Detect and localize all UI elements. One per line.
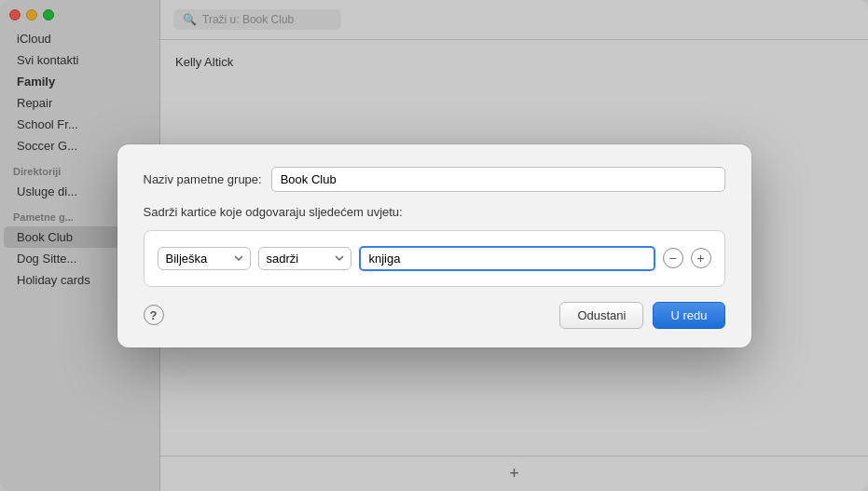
footer-buttons: Odustani U redu (559, 302, 724, 329)
cancel-button[interactable]: Odustani (559, 302, 643, 329)
modal-footer: ? Odustani U redu (144, 302, 725, 329)
condition-row: Bilješka Ime Prezime Email Telefon sadrž… (158, 246, 711, 271)
operator-select[interactable]: sadrži ne sadrži je nije počinje s završ… (258, 247, 351, 270)
remove-rule-button[interactable]: − (663, 248, 683, 268)
condition-label: Sadrži kartice koje odgovaraju sljedećem… (144, 205, 725, 219)
name-input[interactable] (271, 167, 725, 192)
field-select[interactable]: Bilješka Ime Prezime Email Telefon (158, 247, 251, 270)
name-row: Naziv pametne grupe: (144, 167, 725, 192)
condition-value-input[interactable] (359, 246, 655, 271)
smart-group-modal: Naziv pametne grupe: Sadrži kartice koje… (117, 144, 751, 348)
help-button[interactable]: ? (144, 305, 164, 325)
modal-overlay: Naziv pametne grupe: Sadrži kartice koje… (0, 0, 868, 491)
ok-button[interactable]: U redu (653, 302, 724, 329)
name-label: Naziv pametne grupe: (144, 172, 262, 186)
add-rule-button[interactable]: + (691, 248, 711, 268)
condition-box: Bilješka Ime Prezime Email Telefon sadrž… (144, 230, 725, 287)
